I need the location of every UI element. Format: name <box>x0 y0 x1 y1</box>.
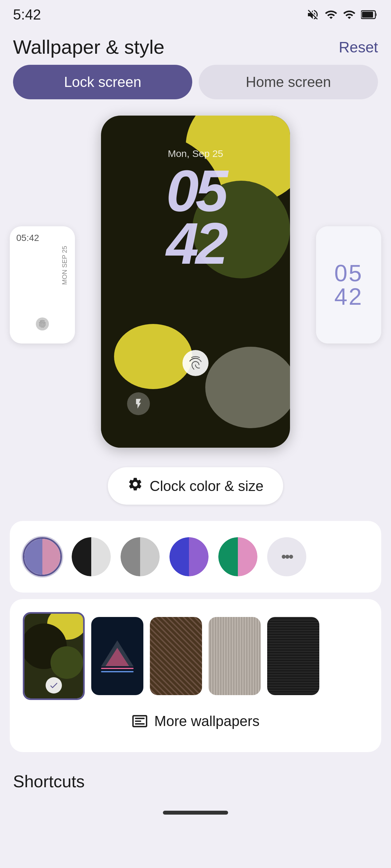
wallpaper-date: Mon, Sep 25 <box>101 148 290 159</box>
selected-checkmark <box>46 677 62 693</box>
more-colors-button[interactable]: ••• <box>267 537 306 576</box>
side-preview-right: 0542 <box>316 226 381 343</box>
status-bar: 5:42 <box>0 0 391 26</box>
wallpaper-thumbnails-section: More wallpapers <box>10 599 381 752</box>
color-option-black-white[interactable] <box>72 537 111 576</box>
more-wallpapers-button[interactable]: More wallpapers <box>112 703 279 739</box>
mute-icon <box>306 8 319 21</box>
clock-settings-label: Clock color & size <box>149 478 263 494</box>
tab-container: Lock screen Home screen <box>0 65 391 99</box>
status-time: 5:42 <box>13 6 41 23</box>
signal-icon <box>343 8 356 21</box>
flashlight-icon[interactable] <box>127 392 150 415</box>
battery-icon <box>361 8 378 21</box>
side-time-small: 05:42 <box>16 233 68 243</box>
side-preview-left: 05:42 MON SEP 25 <box>10 226 75 343</box>
wallpaper-shape-yellow-bottom <box>114 324 192 389</box>
nav-pill <box>163 811 228 815</box>
page-title: Wallpaper & style <box>13 36 165 58</box>
more-dots-icon: ••• <box>281 549 292 565</box>
color-palette-section: ••• <box>10 521 381 593</box>
preview-section: 05:42 MON SEP 25 Mon, Sep 25 05 42 <box>0 109 391 461</box>
shortcuts-section: Shortcuts <box>0 758 391 804</box>
thumbnail-row <box>23 612 368 700</box>
shortcuts-title: Shortcuts <box>13 772 85 791</box>
wifi-icon <box>325 8 338 21</box>
wallpaper-clock: 05 42 <box>101 164 290 270</box>
clock-settings-button[interactable]: Clock color & size <box>108 467 283 505</box>
settings-gear-icon <box>128 476 143 496</box>
wallpaper-thumbnail-1[interactable] <box>23 612 85 700</box>
header: Wallpaper & style Reset <box>0 26 391 65</box>
color-option-purple-pink[interactable] <box>23 537 62 576</box>
color-option-blue-purple[interactable] <box>169 537 208 576</box>
wallpaper-thumbnail-2[interactable] <box>91 617 143 695</box>
tab-lock-screen[interactable]: Lock screen <box>13 65 192 99</box>
side-date-vertical: MON SEP 25 <box>61 246 68 285</box>
side-time-large: 0542 <box>334 261 363 308</box>
wallpaper-thumbnail-3[interactable] <box>150 617 202 695</box>
reset-button[interactable]: Reset <box>339 38 378 56</box>
tab-home-screen[interactable]: Home screen <box>199 65 378 99</box>
more-wallpapers-icon <box>132 713 148 729</box>
fingerprint-icon[interactable] <box>183 350 208 376</box>
palette-row: ••• <box>23 537 368 576</box>
color-option-green-pink[interactable] <box>218 537 257 576</box>
wallpaper-thumbnail-5[interactable] <box>267 617 319 695</box>
status-icons <box>306 8 378 21</box>
wallpaper-shape-gray <box>205 347 290 428</box>
more-wallpapers-label: More wallpapers <box>155 713 260 729</box>
main-phone-preview: Mon, Sep 25 05 42 <box>101 116 290 448</box>
side-fingerprint-small <box>36 317 49 331</box>
svg-rect-1 <box>362 12 373 18</box>
wallpaper-thumbnail-4[interactable] <box>208 617 261 695</box>
color-option-gray[interactable] <box>120 537 160 576</box>
nav-bar <box>0 804 391 828</box>
